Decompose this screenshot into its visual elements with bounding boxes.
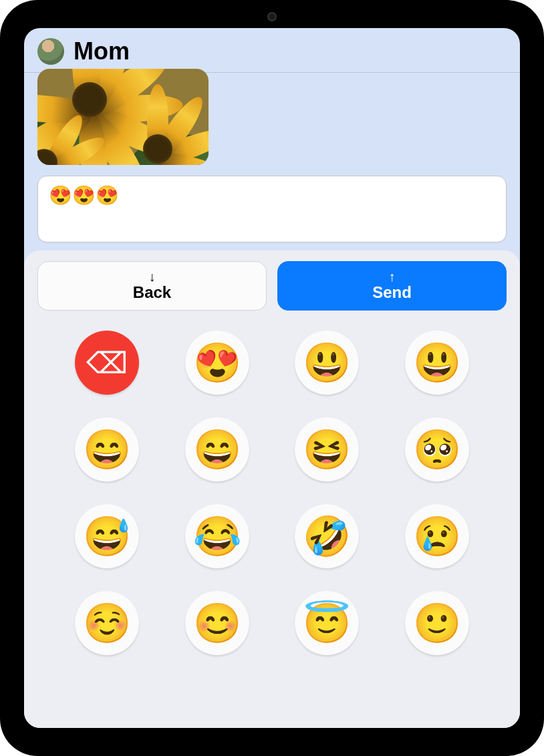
emoji-key[interactable]: 😄 [185, 417, 249, 482]
emoji-key[interactable]: 😇 [295, 591, 359, 655]
emoji-key[interactable]: 😊 [185, 591, 249, 655]
message-input-value: 😍😍😍 [49, 185, 119, 206]
conversation-header: Mom [24, 28, 520, 73]
screen: Mom [24, 28, 520, 728]
send-button-label: Send [372, 283, 412, 302]
emoji-key[interactable]: ☺️ [75, 591, 139, 655]
action-row: ↓ Back ↑ Send [37, 261, 507, 311]
emoji-key[interactable]: 🥺 [405, 417, 469, 482]
emoji-grid: ⌫ 😍 😃 😃 😄 😄 😆 🥺 😅 😂 🤣 😢 ☺️ 😊 😇 🙂 [37, 331, 507, 655]
emoji-key[interactable]: 😃 [405, 331, 469, 395]
emoji-key[interactable]: 😍 [185, 331, 249, 395]
avatar[interactable] [37, 38, 64, 65]
emoji-key[interactable]: 🤣 [295, 504, 359, 568]
delete-key[interactable]: ⌫ [75, 331, 139, 395]
conversation [24, 73, 520, 170]
emoji-keyboard: ↓ Back ↑ Send ⌫ 😍 😃 😃 😄 😄 😆 🥺 [24, 250, 520, 728]
up-arrow-icon: ↑ [389, 270, 396, 283]
emoji-key[interactable]: 😢 [405, 504, 469, 568]
emoji-key[interactable]: 😂 [185, 504, 249, 568]
contact-name: Mom [74, 37, 130, 65]
down-arrow-icon: ↓ [149, 270, 156, 283]
received-image-message[interactable] [37, 69, 209, 165]
back-button-label: Back [133, 283, 171, 302]
send-button[interactable]: ↑ Send [277, 261, 507, 311]
emoji-key[interactable]: 🙂 [405, 591, 469, 655]
emoji-key[interactable]: 😆 [295, 417, 359, 482]
emoji-key[interactable]: 😃 [295, 331, 359, 395]
message-input[interactable]: 😍😍😍 [37, 176, 507, 242]
back-button[interactable]: ↓ Back [37, 261, 267, 311]
backspace-icon: ⌫ [86, 346, 128, 380]
front-camera [267, 12, 277, 21]
emoji-key[interactable]: 😅 [75, 504, 139, 568]
emoji-key[interactable]: 😄 [75, 417, 139, 482]
